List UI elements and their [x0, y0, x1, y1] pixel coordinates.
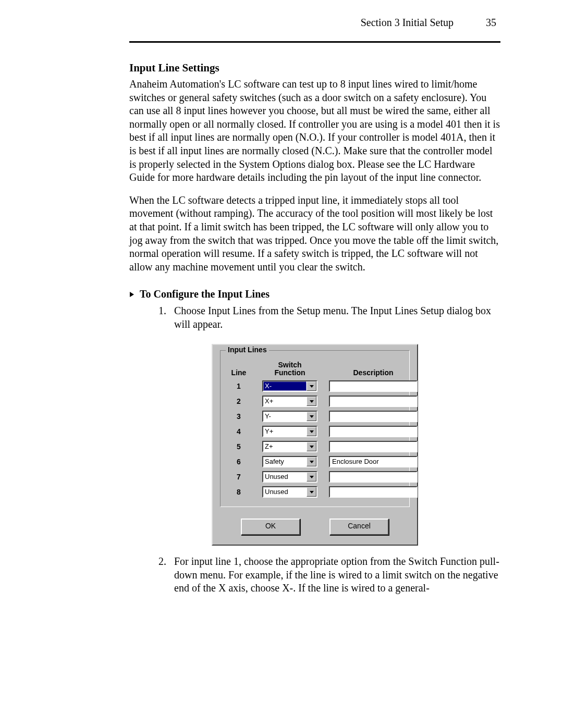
col-description-label: Description [329, 368, 418, 377]
description-field[interactable] [329, 441, 418, 452]
col-function-label: Switch Function [262, 361, 317, 377]
switch-function-dropdown[interactable]: X+ [262, 396, 317, 407]
svg-marker-1 [310, 385, 314, 388]
input-line-row: 7Unused [227, 471, 403, 483]
chevron-down-icon[interactable] [307, 381, 316, 391]
step-2: 2. For input line 1, choose the appropri… [158, 555, 500, 595]
dialog-figure: Input Lines Line Switch Function Descrip… [129, 344, 500, 546]
procedure-title: To Configure the Input Lines [140, 288, 270, 300]
switch-function-dropdown[interactable]: Safety [262, 456, 317, 467]
step-number: 1. [158, 304, 170, 331]
svg-marker-3 [310, 415, 314, 418]
dialog-button-row: OK Cancel [220, 519, 410, 535]
column-headers: Line Switch Function Description [227, 361, 403, 377]
cancel-button[interactable]: Cancel [329, 519, 389, 535]
group-label: Input Lines [226, 346, 269, 354]
description-field[interactable] [329, 471, 418, 483]
chevron-down-icon[interactable] [307, 442, 316, 451]
input-line-row: 1X- [227, 380, 403, 392]
page-number: 35 [486, 17, 496, 29]
line-number: 6 [227, 458, 251, 466]
chevron-down-icon[interactable] [307, 457, 316, 466]
line-number: 3 [227, 412, 251, 421]
svg-marker-0 [130, 292, 134, 297]
dropdown-value: X+ [263, 397, 307, 406]
switch-function-dropdown[interactable]: Unused [262, 471, 317, 483]
switch-function-dropdown[interactable]: X- [262, 380, 317, 392]
dropdown-value: Y+ [263, 427, 307, 436]
dropdown-value: Z+ [263, 442, 307, 451]
description-field[interactable] [329, 411, 418, 422]
col-line-label: Line [227, 368, 251, 377]
document-page: Section 3 Initial Setup 35 Input Line Se… [0, 0, 563, 728]
line-number: 7 [227, 473, 251, 481]
svg-marker-6 [310, 461, 314, 463]
dropdown-value: Unused [263, 472, 307, 482]
running-header: Section 3 Initial Setup 35 [129, 17, 500, 31]
dropdown-value: Unused [263, 487, 307, 497]
header-rule [129, 41, 500, 43]
line-number: 4 [227, 427, 251, 436]
svg-marker-5 [310, 446, 314, 448]
input-line-row: 8Unused [227, 486, 403, 498]
description-field[interactable] [329, 486, 418, 498]
line-number: 5 [227, 442, 251, 451]
description-field[interactable] [329, 426, 418, 437]
procedure-list-2: 2. For input line 1, choose the appropri… [129, 555, 500, 595]
chevron-down-icon[interactable] [307, 487, 316, 497]
switch-function-dropdown[interactable]: Unused [262, 486, 317, 498]
dropdown-value: Safety [263, 457, 307, 466]
step-number: 2. [158, 555, 170, 595]
line-number: 1 [227, 382, 251, 390]
input-line-row: 3Y- [227, 411, 403, 422]
dropdown-value: X- [263, 381, 307, 391]
paragraph-1: Anaheim Automation's LC software can tes… [129, 78, 500, 184]
step-1: 1. Choose Input Lines from the Setup men… [158, 304, 500, 331]
step-text: For input line 1, choose the appropriate… [174, 555, 500, 595]
chevron-down-icon[interactable] [307, 397, 316, 406]
section-title: Input Line Settings [129, 61, 500, 75]
procedure-list: 1. Choose Input Lines from the Setup men… [129, 304, 500, 331]
step-text: Choose Input Lines from the Setup menu. … [174, 304, 500, 331]
description-field[interactable]: Enclosure Door [329, 456, 418, 467]
line-number: 8 [227, 488, 251, 496]
paragraph-2: When the LC software detects a tripped i… [129, 194, 500, 274]
input-line-row: 6SafetyEnclosure Door [227, 456, 403, 467]
svg-marker-8 [310, 491, 314, 493]
chevron-down-icon[interactable] [307, 427, 316, 436]
procedure-heading: To Configure the Input Lines [129, 288, 500, 300]
input-line-row: 5Z+ [227, 441, 403, 452]
arrow-right-icon [129, 288, 134, 300]
chevron-down-icon[interactable] [307, 472, 316, 482]
svg-marker-7 [310, 476, 314, 478]
chevron-down-icon[interactable] [307, 412, 316, 421]
dropdown-value: Y- [263, 412, 307, 421]
input-lines-group: Input Lines Line Switch Function Descrip… [220, 350, 410, 508]
description-field[interactable] [329, 396, 418, 407]
line-number: 2 [227, 397, 251, 405]
section-label: Section 3 Initial Setup [361, 17, 454, 29]
svg-marker-4 [310, 430, 314, 433]
input-line-row: 4Y+ [227, 426, 403, 437]
svg-marker-2 [310, 400, 314, 403]
switch-function-dropdown[interactable]: Y+ [262, 426, 317, 437]
input-line-row: 2X+ [227, 396, 403, 407]
input-lines-dialog: Input Lines Line Switch Function Descrip… [212, 344, 418, 546]
ok-button[interactable]: OK [241, 519, 300, 535]
switch-function-dropdown[interactable]: Y- [262, 411, 317, 422]
switch-function-dropdown[interactable]: Z+ [262, 441, 317, 452]
description-field[interactable] [329, 380, 418, 392]
